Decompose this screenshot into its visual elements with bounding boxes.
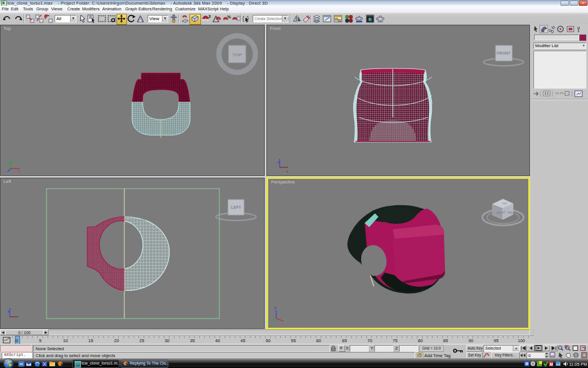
svg-text:FRONT: FRONT [497,51,511,55]
svg-text:TOP: TOP [233,52,242,57]
svg-text:3: 3 [208,14,211,18]
svg-text:{: { [242,16,245,22]
svg-text:M: M [550,362,554,367]
svg-text:LEFT: LEFT [231,205,241,209]
svg-text:RIGHT: RIGHT [497,210,506,214]
svg-text:z: z [274,306,276,309]
svg-text:}: } [247,16,249,22]
svg-text:y: y [9,161,10,164]
svg-text:x: x [287,170,288,173]
svg-text:z: z [277,160,279,164]
svg-text:TOP: TOP [502,202,507,205]
svg-text:x: x [18,170,20,173]
svg-text:z: z [7,310,9,313]
svg-text:%: % [227,15,231,19]
